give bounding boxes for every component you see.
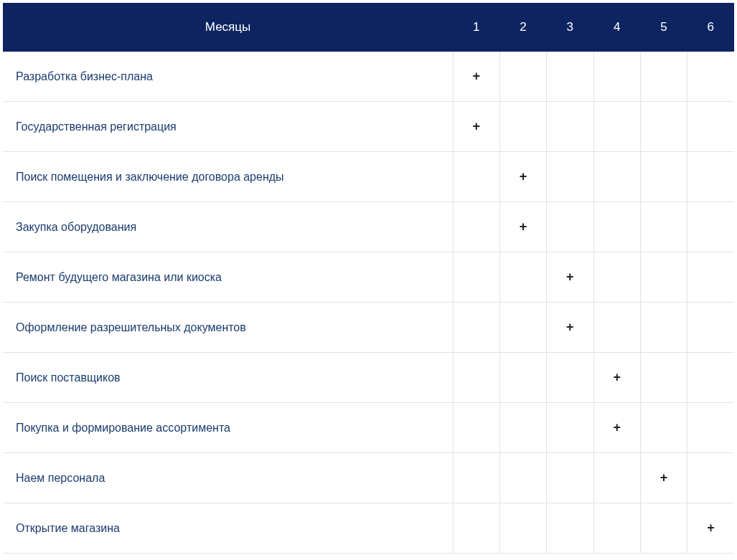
header-month-5: 5 <box>640 3 687 52</box>
table-row: Закупка оборудования+ <box>3 202 734 252</box>
table-row: Государственная регистрация+ <box>3 102 734 152</box>
cell-mark <box>687 252 734 303</box>
cell-mark <box>640 202 687 252</box>
cell-mark <box>640 252 687 303</box>
cell-mark <box>453 403 499 453</box>
table-row: Поиск поставщиков+ <box>3 353 734 403</box>
cell-mark <box>453 252 499 303</box>
cell-mark <box>640 152 687 202</box>
cell-mark <box>593 152 640 202</box>
cell-mark: + <box>547 252 593 303</box>
cell-mark <box>593 202 640 252</box>
cell-mark <box>687 152 734 202</box>
cell-mark <box>640 353 687 403</box>
cell-mark <box>640 102 687 152</box>
cell-mark <box>687 453 734 503</box>
cell-mark <box>547 503 593 554</box>
cell-mark: + <box>453 102 499 152</box>
cell-mark: + <box>499 202 546 252</box>
table-body: Разработка бизнес-плана+Государственная … <box>3 52 734 554</box>
cell-mark <box>499 52 546 102</box>
cell-mark <box>453 453 499 503</box>
table-header-row: Месяцы 1 2 3 4 5 6 <box>3 3 734 52</box>
row-label: Оформление разрешительных документов <box>3 303 453 353</box>
cell-mark <box>687 52 734 102</box>
cell-mark <box>453 303 499 353</box>
cell-mark <box>640 503 687 554</box>
cell-mark <box>499 252 546 303</box>
cell-mark <box>593 252 640 303</box>
cell-mark <box>499 353 546 403</box>
cell-mark <box>687 303 734 353</box>
table-row: Наем персонала+ <box>3 453 734 503</box>
cell-mark <box>547 102 593 152</box>
cell-mark <box>499 102 546 152</box>
header-month-4: 4 <box>593 3 640 52</box>
cell-mark <box>640 403 687 453</box>
table-row: Ремонт будущего магазина или киоска+ <box>3 252 734 303</box>
header-months-label: Месяцы <box>3 3 453 52</box>
cell-mark <box>499 503 546 554</box>
row-label: Поиск поставщиков <box>3 353 453 403</box>
cell-mark <box>453 152 499 202</box>
cell-mark <box>547 202 593 252</box>
gantt-schedule-table: Месяцы 1 2 3 4 5 6 Разработка бизнес-пла… <box>3 3 734 554</box>
cell-mark <box>547 152 593 202</box>
cell-mark <box>687 403 734 453</box>
cell-mark: + <box>593 403 640 453</box>
row-label: Открытие магазина <box>3 503 453 554</box>
table-row: Поиск помещения и заключение договора ар… <box>3 152 734 202</box>
cell-mark: + <box>547 303 593 353</box>
row-label: Покупка и формирование ассортимента <box>3 403 453 453</box>
cell-mark <box>593 102 640 152</box>
row-label: Государственная регистрация <box>3 102 453 152</box>
cell-mark <box>687 102 734 152</box>
cell-mark <box>453 202 499 252</box>
cell-mark <box>687 202 734 252</box>
cell-mark: + <box>687 503 734 554</box>
cell-mark <box>453 503 499 554</box>
cell-mark <box>499 403 546 453</box>
cell-mark <box>640 303 687 353</box>
header-month-1: 1 <box>453 3 499 52</box>
cell-mark <box>453 353 499 403</box>
table-row: Оформление разрешительных документов+ <box>3 303 734 353</box>
row-label: Ремонт будущего магазина или киоска <box>3 252 453 303</box>
table-row: Открытие магазина+ <box>3 503 734 554</box>
cell-mark <box>547 403 593 453</box>
cell-mark: + <box>593 353 640 403</box>
cell-mark <box>499 453 546 503</box>
header-month-6: 6 <box>687 3 734 52</box>
row-label: Закупка оборудования <box>3 202 453 252</box>
cell-mark: + <box>453 52 499 102</box>
cell-mark <box>499 303 546 353</box>
cell-mark <box>547 353 593 403</box>
cell-mark <box>547 52 593 102</box>
cell-mark: + <box>499 152 546 202</box>
table-row: Покупка и формирование ассортимента+ <box>3 403 734 453</box>
cell-mark <box>593 303 640 353</box>
cell-mark <box>593 503 640 554</box>
cell-mark: + <box>640 453 687 503</box>
row-label: Наем персонала <box>3 453 453 503</box>
row-label: Поиск помещения и заключение договора ар… <box>3 152 453 202</box>
cell-mark <box>687 353 734 403</box>
cell-mark <box>593 453 640 503</box>
header-month-2: 2 <box>499 3 546 52</box>
cell-mark <box>547 453 593 503</box>
row-label: Разработка бизнес-плана <box>3 52 453 102</box>
cell-mark <box>593 52 640 102</box>
table-row: Разработка бизнес-плана+ <box>3 52 734 102</box>
header-month-3: 3 <box>547 3 593 52</box>
cell-mark <box>640 52 687 102</box>
